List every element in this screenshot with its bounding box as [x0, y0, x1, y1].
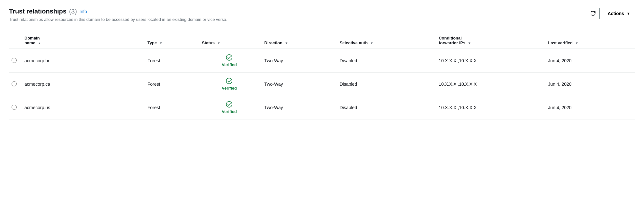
header-actions: Actions ▼	[587, 8, 635, 19]
type-label: Type	[148, 40, 157, 45]
verified-label: Verified	[222, 86, 237, 91]
verified-checkmark-icon	[226, 78, 232, 85]
table-header-conditional-forwarder[interactable]: Conditionalforwarder IPs ▼	[435, 32, 544, 49]
table-section: Domainname ▲ Type ▼ Status ▼ Direction ▼	[0, 27, 644, 125]
svg-point-1	[226, 78, 232, 84]
table-header-direction[interactable]: Direction ▼	[261, 32, 336, 49]
verified-checkmark-icon	[226, 101, 232, 109]
row-2-selective-auth: Disabled	[336, 73, 435, 96]
table-header-select	[9, 32, 21, 49]
table-header-type[interactable]: Type ▼	[144, 32, 198, 49]
header-description: Trust relationships allow resources in t…	[9, 17, 227, 22]
row-3-last-verified: Jun 4, 2020	[544, 96, 635, 119]
trust-relationships-table: Domainname ▲ Type ▼ Status ▼ Direction ▼	[9, 32, 635, 119]
header-section: Trust relationships (3) Info Trust relat…	[0, 0, 644, 27]
row-2-direction: Two-Way	[261, 73, 336, 96]
actions-dropdown-icon: ▼	[627, 12, 630, 15]
table-row: acmecorp.caForest Verified Two-WayDisabl…	[9, 73, 635, 96]
svg-point-0	[226, 55, 232, 60]
title-count: (3)	[69, 8, 77, 15]
row-1-conditional-forwarder-ips: 10.X.X.X ,10.X.X.X	[435, 49, 544, 73]
row-2-last-verified: Jun 4, 2020	[544, 73, 635, 96]
selective-auth-sort-icon: ▼	[370, 41, 373, 45]
svg-point-2	[226, 101, 232, 107]
row-3-type: Forest	[144, 96, 198, 119]
verified-label: Verified	[222, 62, 237, 67]
table-header-domain-name[interactable]: Domainname ▲	[21, 32, 144, 49]
direction-sort-icon: ▼	[285, 41, 288, 45]
header-title-row: Trust relationships (3) Info	[9, 8, 227, 15]
row-2-status: Verified	[198, 73, 260, 96]
domain-name-label: Domainname	[24, 36, 40, 45]
row-1-selective-auth: Disabled	[336, 49, 435, 73]
status-label: Status	[202, 40, 215, 45]
header-left: Trust relationships (3) Info Trust relat…	[9, 8, 227, 22]
page-title: Trust relationships	[9, 8, 67, 15]
row-1-type: Forest	[144, 49, 198, 73]
actions-button[interactable]: Actions ▼	[603, 8, 635, 19]
last-verified-sort-icon: ▼	[575, 41, 578, 45]
direction-label: Direction	[264, 40, 282, 45]
last-verified-label: Last verified	[548, 40, 573, 45]
table-header-selective-auth[interactable]: Selective auth ▼	[336, 32, 435, 49]
verified-checkmark-icon	[226, 54, 232, 62]
refresh-icon	[591, 11, 596, 16]
type-sort-icon: ▼	[159, 41, 163, 45]
row-3-direction: Two-Way	[261, 96, 336, 119]
row-2-radio[interactable]	[12, 81, 17, 86]
row-3-domain-name: acmecorp.us	[21, 96, 144, 119]
row-1-last-verified: Jun 4, 2020	[544, 49, 635, 73]
row-2-conditional-forwarder-ips: 10.X.X.X ,10.X.X.X	[435, 73, 544, 96]
row-3-radio[interactable]	[12, 105, 17, 110]
table-row: acmecorp.usForest Verified Two-WayDisabl…	[9, 96, 635, 119]
row-2-domain-name: acmecorp.ca	[21, 73, 144, 96]
table-row: acmecorp.brForest Verified Two-WayDisabl…	[9, 49, 635, 73]
row-2-type: Forest	[144, 73, 198, 96]
conditional-forwarder-sort-icon: ▼	[468, 41, 471, 45]
row-3-conditional-forwarder-ips: 10.X.X.X ,10.X.X.X	[435, 96, 544, 119]
status-sort-icon: ▼	[217, 41, 220, 45]
selective-auth-label: Selective auth	[340, 40, 368, 45]
row-1-direction: Two-Way	[261, 49, 336, 73]
row-1-domain-name: acmecorp.br	[21, 49, 144, 73]
table-header-last-verified[interactable]: Last verified ▼	[544, 32, 635, 49]
row-1-radio[interactable]	[12, 58, 17, 63]
table-header-status[interactable]: Status ▼	[198, 32, 260, 49]
refresh-button[interactable]	[587, 8, 600, 19]
row-3-selective-auth: Disabled	[336, 96, 435, 119]
actions-label: Actions	[608, 11, 624, 16]
verified-label: Verified	[222, 109, 237, 114]
conditional-forwarder-label: Conditionalforwarder IPs	[439, 36, 465, 45]
table-header-row: Domainname ▲ Type ▼ Status ▼ Direction ▼	[9, 32, 635, 49]
row-1-status: Verified	[198, 49, 260, 73]
row-3-status: Verified	[198, 96, 260, 119]
page-container: Trust relationships (3) Info Trust relat…	[0, 0, 644, 201]
domain-name-sort-icon: ▲	[38, 41, 41, 45]
info-link[interactable]: Info	[79, 9, 87, 14]
